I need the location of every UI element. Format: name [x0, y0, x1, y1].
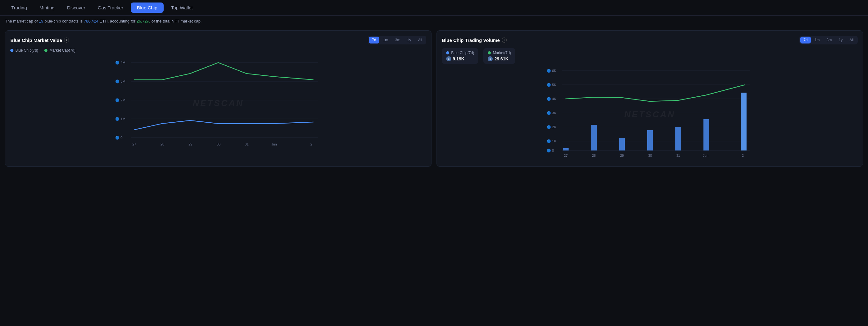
y-label-5k: 🔵 5K: [547, 83, 556, 87]
period-btn-3m-right[interactable]: 3m: [823, 36, 835, 44]
y-label-3m: 🔵 3M: [115, 79, 125, 84]
bar-30: [647, 130, 653, 151]
y-label-0: 🔵 0: [115, 135, 122, 140]
legend-val-market-label: Market(7d): [493, 51, 511, 55]
bar-31: [675, 127, 681, 151]
nav-gas-tracker[interactable]: Gas Tracker: [91, 0, 130, 15]
eth-icon-green: Ξ: [488, 56, 493, 61]
period-btn-7d-right[interactable]: 7d: [800, 36, 811, 44]
y-label-6k: 🔵 6K: [547, 69, 556, 73]
x-label-28-right: 28: [592, 154, 596, 157]
y-label-1k: 🔵 1K: [547, 139, 556, 143]
legend-market-cap-label: Market Cap(7d): [49, 48, 75, 53]
trading-volume-title: Blue Chip Trading Volume i: [442, 37, 507, 43]
nav-minting[interactable]: Minting: [33, 0, 61, 15]
trading-volume-info-icon[interactable]: i: [502, 37, 507, 43]
legend-dot-green: [44, 49, 48, 52]
market-value-header: Blue Chip Market Value i 7d 1m 3m 1y All: [10, 36, 426, 45]
legend-dot-blue: [10, 49, 13, 52]
eth-icon-blue: Ξ: [446, 56, 451, 61]
x-label-28: 28: [160, 142, 164, 146]
x-label-2-right: 2: [742, 154, 744, 157]
banner-contracts-count: 19: [39, 19, 43, 24]
legend-val-blue-value: 9.19K: [453, 56, 464, 61]
market-value-svg: 🔵 4M 🔵 3M 🔵 2M 🔵 1M 🔵 0 27 28 29 30 31 J…: [10, 56, 426, 150]
trading-volume-card: Blue Chip Trading Volume i 7d 1m 3m 1y A…: [436, 30, 863, 167]
banner-market-cap: 786,424: [84, 19, 98, 24]
market-value-card: Blue Chip Market Value i 7d 1m 3m 1y All…: [5, 30, 432, 167]
nav-trading[interactable]: Trading: [5, 0, 33, 15]
banner-prefix: The market cap of: [5, 19, 39, 24]
bar-28: [591, 125, 597, 151]
trading-volume-legend: Blue Chip(7d) Ξ 9.19K Market(7d) Ξ 29.61…: [442, 48, 858, 64]
bar-2: [741, 92, 747, 151]
legend-blue-chip: Blue Chip(7d): [10, 48, 38, 53]
legend-val-dot-green: [488, 51, 491, 54]
period-btn-1m-right[interactable]: 1m: [811, 36, 823, 44]
x-label-27: 27: [132, 142, 136, 146]
nav-blue-chip[interactable]: Blue Chip: [131, 2, 164, 13]
banner-middle: blue-chip contracts is: [43, 19, 84, 24]
market-cap-line: [134, 62, 313, 80]
market-value-period-buttons: 7d 1m 3m 1y All: [368, 36, 426, 45]
trading-volume-svg: 🔵 6K 🔵 5K 🔵 4K 🔵 3K 🔵 2K 🔵 1K 🔵 0 27 28 …: [442, 67, 858, 161]
period-btn-1m-left[interactable]: 1m: [380, 36, 392, 44]
blue-chip-line: [134, 120, 313, 130]
x-label-jun-right: Jun: [703, 154, 708, 157]
legend-val-blue-label: Blue Chip(7d): [451, 51, 474, 55]
x-label-27-right: 27: [564, 154, 568, 157]
banner-eth: ETH, accounting for: [98, 19, 136, 24]
x-label-2: 2: [310, 142, 312, 146]
x-label-jun: Jun: [271, 142, 277, 146]
nav-top-wallet[interactable]: Top Wallet: [165, 0, 199, 15]
x-label-31-right: 31: [676, 154, 680, 157]
banner-suffix: of the total NFT market cap.: [150, 19, 202, 24]
x-label-29: 29: [189, 142, 192, 146]
legend-val-dot-blue: [446, 51, 449, 54]
trading-volume-chart-area: NETSCAN 🔵 6K 🔵 5K 🔵 4K 🔵 3K 🔵 2K 🔵 1K 🔵 …: [442, 67, 858, 161]
x-label-30-right: 30: [648, 154, 652, 157]
y-label-0-right: 🔵 0: [547, 148, 554, 153]
market-value-info-icon[interactable]: i: [64, 37, 69, 43]
bar-jun: [704, 119, 709, 151]
y-label-4m: 🔵 4M: [115, 60, 125, 65]
legend-blue-chip-label: Blue Chip(7d): [15, 48, 38, 53]
legend-val-market-value: 29.61K: [494, 56, 508, 61]
legend-blue-chip-card: Blue Chip(7d) Ξ 9.19K: [442, 48, 478, 64]
legend-market-card: Market(7d) Ξ 29.61K: [483, 48, 515, 64]
x-label-29-right: 29: [620, 154, 624, 157]
navigation: Trading Minting Discover Gas Tracker Blu…: [0, 0, 868, 16]
bar-29: [619, 138, 625, 151]
charts-grid: Blue Chip Market Value i 7d 1m 3m 1y All…: [0, 27, 868, 170]
period-btn-all-right[interactable]: All: [846, 36, 857, 44]
market-value-legend: Blue Chip(7d) Market Cap(7d): [10, 48, 426, 53]
period-btn-7d-left[interactable]: 7d: [369, 36, 379, 44]
banner-percentage: 26.72%: [136, 19, 150, 24]
legend-market-cap: Market Cap(7d): [44, 48, 75, 53]
nav-discover[interactable]: Discover: [61, 0, 91, 15]
market-value-chart-area: NETSCAN 🔵 4M 🔵 3M 🔵 2M 🔵 1M 🔵 0 27 28 29…: [10, 56, 426, 150]
y-label-2k: 🔵 2K: [547, 125, 556, 129]
y-label-1m: 🔵 1M: [115, 117, 125, 121]
period-btn-1y-left[interactable]: 1y: [404, 36, 414, 44]
trading-volume-period-buttons: 7d 1m 3m 1y All: [799, 36, 858, 45]
market-cap-banner: The market cap of 19 blue-chip contracts…: [0, 16, 868, 27]
period-btn-all-left[interactable]: All: [415, 36, 425, 44]
y-label-3k: 🔵 3K: [547, 111, 556, 115]
y-label-2m: 🔵 2M: [115, 98, 125, 102]
x-label-30: 30: [217, 142, 220, 146]
y-label-4k: 🔵 4K: [547, 97, 556, 101]
market-value-title: Blue Chip Market Value i: [10, 37, 69, 43]
period-btn-1y-right[interactable]: 1y: [836, 36, 846, 44]
period-btn-3m-left[interactable]: 3m: [392, 36, 403, 44]
bar-27: [563, 148, 568, 151]
trading-volume-header: Blue Chip Trading Volume i 7d 1m 3m 1y A…: [442, 36, 858, 45]
x-label-31: 31: [245, 142, 249, 146]
